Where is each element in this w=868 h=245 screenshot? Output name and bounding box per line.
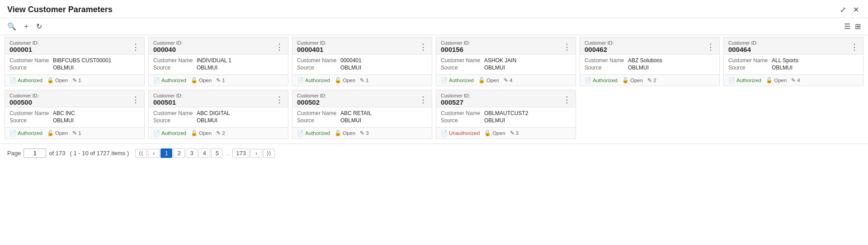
status-badge[interactable]: 📄 Authorized bbox=[728, 77, 761, 83]
customer-name-value: ABC RETAIL bbox=[340, 110, 372, 116]
card-menu-icon[interactable]: ⋮ bbox=[132, 96, 140, 104]
items-info: ( 1 - 10 of 1727 items ) bbox=[70, 150, 129, 157]
edit-count: 4 bbox=[509, 78, 512, 83]
customer-name-row: Customer Name ABZ Solutions bbox=[585, 57, 715, 64]
status-badge[interactable]: 📄 Authorized bbox=[9, 77, 42, 83]
list-view-icon[interactable]: ☰ bbox=[844, 22, 850, 31]
lock-label: Open bbox=[486, 78, 499, 83]
customer-id-label: Customer ID: bbox=[441, 40, 470, 46]
page-btn-2[interactable]: 2 bbox=[173, 148, 185, 158]
status-badge[interactable]: 📄 Authorized bbox=[297, 77, 330, 83]
toolbar-right: ☰ ⊞ bbox=[844, 22, 861, 31]
search-icon[interactable]: 🔍 bbox=[7, 22, 16, 31]
customer-name-label: Customer Name bbox=[585, 57, 625, 64]
card-menu-icon[interactable]: ⋮ bbox=[275, 96, 283, 104]
edit-badge[interactable]: ✎ 2 bbox=[647, 77, 656, 83]
source-value: OBLMUI bbox=[484, 65, 505, 71]
lock-badge[interactable]: 🔓 Open bbox=[335, 77, 355, 83]
next-page-button[interactable]: › bbox=[250, 149, 262, 158]
edit-badge[interactable]: ✎ 2 bbox=[216, 130, 225, 136]
source-row: Source OBLMUI bbox=[153, 117, 283, 124]
status-icon: 📄 bbox=[153, 130, 160, 136]
customer-name-label: Customer Name bbox=[728, 57, 769, 64]
card-menu-icon[interactable]: ⋮ bbox=[707, 43, 715, 51]
page-btn-173[interactable]: 173 bbox=[232, 148, 250, 158]
page-nav: ⟨⟨ ‹ 1 2 3 4 5 … 173 › ⟩⟩ bbox=[135, 148, 275, 158]
close-icon[interactable]: ✕ bbox=[851, 5, 861, 15]
header-icons: ⤢ ✕ bbox=[838, 5, 861, 15]
card-menu-icon[interactable]: ⋮ bbox=[563, 96, 571, 104]
card-header: Customer ID: 000462 ⋮ bbox=[580, 37, 719, 55]
customer-name-label: Customer Name bbox=[153, 110, 194, 116]
first-page-button[interactable]: ⟨⟨ bbox=[135, 149, 147, 158]
add-icon[interactable]: ＋ bbox=[23, 22, 30, 31]
customer-name-value: INDIVIDUAL 1 bbox=[197, 57, 231, 64]
card-menu-icon[interactable]: ⋮ bbox=[132, 43, 140, 51]
page-btn-5[interactable]: 5 bbox=[211, 148, 223, 158]
card-header: Customer ID: 000500 ⋮ bbox=[5, 90, 144, 107]
lock-badge[interactable]: 🔓 Open bbox=[191, 77, 212, 83]
edit-badge[interactable]: ✎ 3 bbox=[510, 130, 519, 136]
customer-card: Customer ID: 000001 ⋮ Customer Name BIBF… bbox=[5, 37, 145, 86]
edit-badge[interactable]: ✎ 4 bbox=[791, 77, 800, 83]
customer-id-label: Customer ID: bbox=[9, 40, 39, 46]
lock-badge[interactable]: 🔓 Open bbox=[766, 77, 787, 83]
lock-badge[interactable]: 🔓 Open bbox=[622, 77, 643, 83]
edit-badge[interactable]: ✎ 1 bbox=[360, 77, 368, 83]
lock-icon: 🔓 bbox=[335, 77, 341, 83]
lock-badge[interactable]: 🔓 Open bbox=[47, 130, 68, 136]
lock-badge[interactable]: 🔓 Open bbox=[335, 130, 355, 136]
page-btn-4[interactable]: 4 bbox=[198, 148, 210, 158]
last-page-button[interactable]: ⟩⟩ bbox=[263, 149, 275, 158]
pagination-bar: Page of 173 ( 1 - 10 of 1727 items ) ⟨⟨ … bbox=[0, 143, 868, 162]
lock-badge[interactable]: 🔓 Open bbox=[191, 130, 212, 136]
lock-icon: 🔓 bbox=[47, 130, 54, 136]
edit-badge[interactable]: ✎ 1 bbox=[216, 77, 225, 83]
grid-view-icon[interactable]: ⊞ bbox=[855, 22, 861, 31]
card-body: Customer Name ABC DIGITAL Source OBLMUI bbox=[149, 107, 288, 127]
prev-page-button[interactable]: ‹ bbox=[148, 149, 160, 158]
status-badge[interactable]: 📄 Authorized bbox=[153, 77, 186, 83]
card-footer: 📄 Unauthorized 🔓 Open ✎ 3 bbox=[436, 127, 576, 139]
customer-id-value: 000502 bbox=[297, 98, 326, 106]
card-menu-icon[interactable]: ⋮ bbox=[419, 43, 427, 51]
edit-badge[interactable]: ✎ 1 bbox=[72, 130, 81, 136]
customer-id-label: Customer ID: bbox=[728, 40, 758, 46]
status-badge[interactable]: 📄 Authorized bbox=[9, 130, 42, 136]
empty-card-slot bbox=[578, 88, 722, 141]
edit-badge[interactable]: ✎ 4 bbox=[504, 77, 512, 83]
edit-count: 1 bbox=[222, 78, 225, 83]
status-badge[interactable]: 📄 Unauthorized bbox=[441, 130, 480, 136]
status-icon: 📄 bbox=[728, 77, 735, 83]
page-btn-3[interactable]: 3 bbox=[186, 148, 198, 158]
customer-id-value: 000001 bbox=[9, 46, 39, 53]
lock-icon: 🔓 bbox=[47, 77, 54, 83]
edit-icon: ✎ bbox=[72, 130, 77, 136]
status-badge[interactable]: 📄 Authorized bbox=[585, 77, 618, 83]
lock-label: Open bbox=[492, 130, 505, 136]
customer-id-value: 000156 bbox=[441, 46, 470, 53]
edit-icon: ✎ bbox=[647, 77, 652, 83]
page-input[interactable] bbox=[24, 148, 46, 158]
page-btn-1[interactable]: 1 bbox=[160, 148, 172, 158]
refresh-icon[interactable]: ↻ bbox=[36, 22, 42, 31]
card-menu-icon[interactable]: ⋮ bbox=[850, 43, 859, 51]
source-value: OBLMUI bbox=[484, 117, 505, 124]
card-menu-icon[interactable]: ⋮ bbox=[419, 96, 427, 104]
customer-name-row: Customer Name 0000401 bbox=[297, 57, 427, 64]
lock-badge[interactable]: 🔓 Open bbox=[47, 77, 68, 83]
card-menu-icon[interactable]: ⋮ bbox=[563, 43, 571, 51]
edit-count: 1 bbox=[366, 78, 368, 83]
lock-badge[interactable]: 🔓 Open bbox=[484, 130, 505, 136]
status-badge[interactable]: 📄 Authorized bbox=[153, 130, 186, 136]
lock-badge[interactable]: 🔓 Open bbox=[478, 77, 499, 83]
customer-card: Customer ID: 0000401 ⋮ Customer Name 000… bbox=[292, 37, 432, 86]
edit-badge[interactable]: ✎ 3 bbox=[360, 130, 368, 136]
edit-badge[interactable]: ✎ 1 bbox=[72, 77, 81, 83]
card-menu-icon[interactable]: ⋮ bbox=[275, 43, 283, 51]
source-row: Source OBLMUI bbox=[728, 65, 859, 71]
status-badge[interactable]: 📄 Authorized bbox=[441, 77, 474, 83]
status-badge[interactable]: 📄 Authorized bbox=[297, 130, 330, 136]
card-body: Customer Name ASHOK JAIN Source OBLMUI bbox=[436, 55, 576, 74]
resize-icon[interactable]: ⤢ bbox=[838, 5, 848, 15]
